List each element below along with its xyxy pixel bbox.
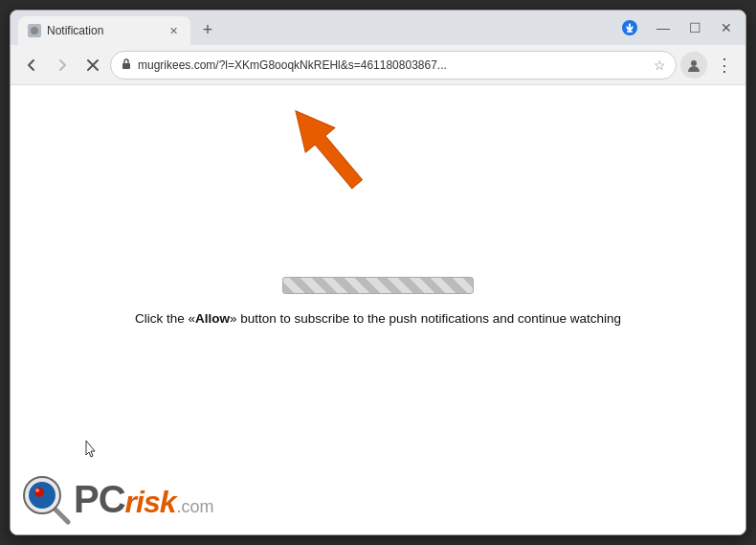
browser-window: Notification ✕ + — ☐ ✕ — [10, 10, 746, 535]
new-tab-button[interactable]: + — [194, 16, 221, 43]
svg-point-14 — [34, 488, 44, 497]
toolbar: mugrikees.com/?l=XKmG8ooqkNkREHl&s=46118… — [11, 45, 745, 85]
url-text: mugrikees.com/?l=XKmG8ooqkNkREHl&s=46118… — [138, 58, 648, 72]
close-button[interactable]: ✕ — [715, 18, 738, 37]
svg-point-8 — [691, 60, 697, 66]
menu-button[interactable]: ⋮ — [711, 52, 738, 79]
svg-marker-9 — [281, 99, 372, 196]
back-button[interactable] — [18, 52, 45, 79]
forward-button[interactable] — [49, 52, 76, 79]
address-bar[interactable]: mugrikees.com/?l=XKmG8ooqkNkREHl&s=46118… — [110, 51, 677, 79]
notification-message: Click the «Allow» button to subscribe to… — [135, 309, 621, 329]
pcrisk-logo: PC risk .com — [20, 473, 214, 525]
svg-marker-10 — [86, 441, 95, 457]
bookmark-icon[interactable]: ☆ — [654, 57, 666, 73]
download-button[interactable] — [616, 14, 643, 41]
svg-line-11 — [54, 508, 68, 522]
page-content: Click the «Allow» button to subscribe to… — [11, 85, 745, 534]
tab-title: Notification — [47, 24, 162, 37]
pc-text: PC — [74, 478, 125, 521]
tab-favicon — [28, 24, 41, 37]
security-icon — [121, 57, 132, 72]
pcrisk-icon — [20, 473, 72, 525]
progress-bar — [282, 277, 474, 294]
active-tab[interactable]: Notification ✕ — [18, 16, 190, 45]
minimize-button[interactable]: — — [651, 18, 676, 37]
arrow-indicator — [278, 95, 374, 204]
window-controls: — ☐ ✕ — [616, 14, 738, 41]
maximize-button[interactable]: ☐ — [683, 18, 707, 37]
svg-point-0 — [31, 27, 38, 34]
stop-reload-button[interactable] — [79, 52, 106, 79]
pcrisk-text-group: PC risk .com — [74, 478, 214, 521]
mouse-cursor — [85, 440, 97, 457]
svg-point-15 — [35, 488, 39, 492]
risk-text: risk — [125, 485, 176, 520]
progress-area: Click the «Allow» button to subscribe to… — [135, 277, 621, 329]
svg-rect-7 — [122, 63, 130, 69]
tab-close-button[interactable]: ✕ — [166, 23, 181, 38]
com-text: .com — [177, 497, 214, 517]
profile-button[interactable] — [680, 52, 707, 79]
tab-bar: Notification ✕ + — ☐ ✕ — [11, 11, 745, 45]
